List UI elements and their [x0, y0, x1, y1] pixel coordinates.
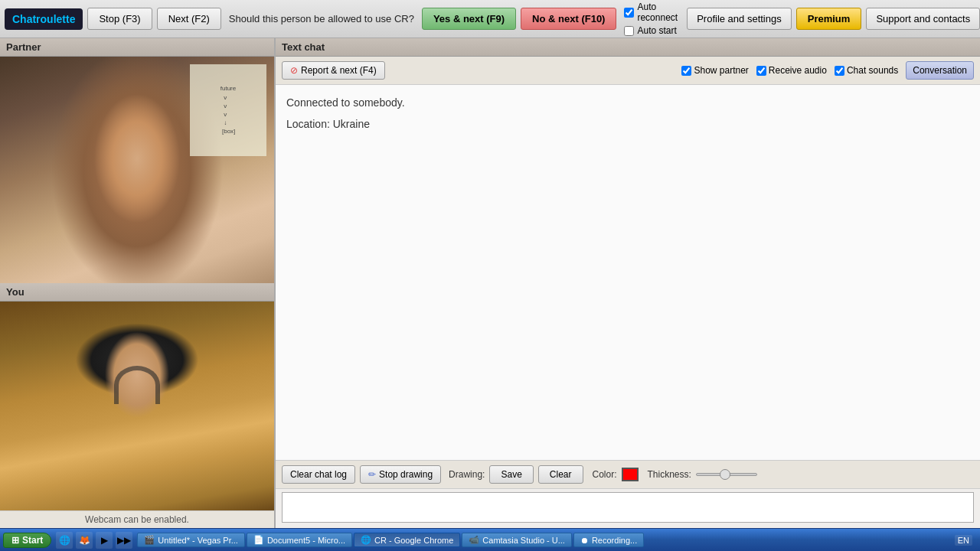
drawing-label: Drawing: — [449, 469, 485, 480]
show-partner-option[interactable]: Show partner — [681, 65, 748, 76]
whiteboard-overlay: future v v v ↓ [box] — [190, 64, 266, 156]
connected-message: Connected to somebody. — [286, 94, 969, 111]
chat-options: Show partner Receive audio Chat sounds C… — [681, 61, 974, 80]
report-next-button[interactable]: ⊘ Report & next (F4) — [282, 61, 385, 80]
partner-video-feed: future v v v ↓ [box] — [0, 57, 274, 283]
partner-header: Partner — [0, 38, 274, 57]
start-button[interactable]: ⊞ Start — [3, 533, 51, 548]
auto-start-checkbox[interactable] — [624, 26, 634, 36]
auto-reconnect-label[interactable]: Auto reconnect — [624, 2, 678, 23]
right-panel: Text chat ⊘ Report & next (F4) Show part… — [276, 38, 980, 528]
chat-bottom-toolbar: Clear chat log ✏ Stop drawing Drawing: S… — [276, 460, 980, 488]
text-chat-header: Text chat — [276, 38, 980, 57]
topbar: Chatroulette Stop (F3) Next (F2) Should … — [0, 0, 980, 38]
chat-input[interactable] — [282, 492, 974, 523]
question-text: Should this person be allowed to use CR? — [229, 13, 414, 24]
next-button[interactable]: Next (F2) — [157, 8, 221, 30]
taskbar-item-recording[interactable]: ⏺ Recording... — [573, 533, 644, 547]
taskbar-language: EN — [955, 535, 972, 546]
chat-messages: Connected to somebody. Location: Ukraine — [276, 85, 980, 460]
thickness-slider[interactable] — [696, 473, 757, 476]
premium-button[interactable]: Premium — [796, 8, 862, 30]
chat-input-area — [276, 488, 980, 528]
yes-next-button[interactable]: Yes & next (F9) — [422, 8, 516, 30]
no-next-button[interactable]: No & next (F10) — [521, 8, 616, 30]
chrome-icon: 🌐 — [361, 535, 371, 545]
taskbar-item-word[interactable]: 📄 Document5 - Micro... — [247, 533, 352, 547]
word-icon: 📄 — [253, 535, 264, 545]
stop-drawing-button[interactable]: ✏ Stop drawing — [360, 465, 441, 484]
logo-button[interactable]: Chatroulette — [5, 8, 83, 30]
taskbar-item-vegas[interactable]: 🎬 Untitled* - Vegas Pr... — [137, 533, 245, 547]
you-video — [0, 302, 274, 510]
taskbar-quick-launch: 🌐 🦊 ▶ ▶▶ — [56, 532, 132, 549]
clear-chat-log-button[interactable]: Clear chat log — [282, 465, 355, 484]
you-person — [0, 302, 274, 510]
location-message: Location: Ukraine — [286, 116, 969, 132]
report-icon: ⊘ — [290, 65, 298, 76]
auto-start-label[interactable]: Auto start — [624, 25, 678, 36]
taskbar: ⊞ Start 🌐 🦊 ▶ ▶▶ 🎬 Untitled* - Vegas Pr.… — [0, 528, 980, 551]
partner-video: future v v v ↓ [box] — [0, 57, 274, 283]
taskbar-right: EN — [955, 535, 977, 546]
taskbar-items: 🎬 Untitled* - Vegas Pr... 📄 Document5 - … — [137, 533, 952, 547]
profile-settings-button[interactable]: Profile and settings — [687, 8, 792, 30]
support-contacts-button[interactable]: Support and contacts — [866, 8, 980, 30]
recording-icon: ⏺ — [580, 536, 589, 545]
color-swatch[interactable] — [622, 468, 639, 481]
taskbar-icon-firefox[interactable]: 🦊 — [76, 532, 93, 549]
taskbar-icon-ie[interactable]: 🌐 — [56, 532, 73, 549]
taskbar-item-chrome[interactable]: 🌐 CR - Google Chrome — [354, 533, 460, 547]
left-panel: Partner future v v v ↓ [box] You — [0, 38, 276, 528]
vegas-icon: 🎬 — [144, 535, 155, 545]
receive-audio-option[interactable]: Receive audio — [756, 65, 827, 76]
save-drawing-button[interactable]: Save — [489, 465, 533, 484]
you-section: Webcam can be enabled. — [0, 302, 274, 528]
camtasia-icon: 📹 — [469, 535, 479, 545]
you-video-feed — [0, 302, 274, 510]
color-label: Color: — [593, 469, 617, 480]
taskbar-item-camtasia[interactable]: 📹 Camtasia Studio - U... — [462, 533, 572, 547]
chat-sounds-checkbox[interactable] — [835, 66, 844, 76]
taskbar-icon-media[interactable]: ▶ — [96, 532, 113, 549]
conversation-button[interactable]: Conversation — [906, 61, 974, 80]
chat-toolbar: ⊘ Report & next (F4) Show partner Receiv… — [276, 57, 980, 85]
auto-options: Auto reconnect Auto start — [624, 2, 678, 36]
pencil-icon: ✏ — [368, 469, 376, 480]
show-partner-checkbox[interactable] — [681, 66, 691, 76]
windows-icon: ⊞ — [11, 535, 19, 546]
webcam-note: Webcam can be enabled. — [0, 510, 274, 528]
clear-drawing-button[interactable]: Clear — [538, 465, 583, 484]
main-area: Partner future v v v ↓ [box] You — [0, 38, 980, 528]
thickness-label: Thickness: — [648, 469, 691, 480]
you-header: You — [0, 283, 274, 302]
taskbar-icon-extra[interactable]: ▶▶ — [116, 532, 132, 549]
chat-sounds-option[interactable]: Chat sounds — [835, 65, 898, 76]
auto-reconnect-checkbox[interactable] — [624, 8, 634, 18]
stop-button[interactable]: Stop (F3) — [87, 8, 152, 30]
receive-audio-checkbox[interactable] — [756, 66, 766, 76]
